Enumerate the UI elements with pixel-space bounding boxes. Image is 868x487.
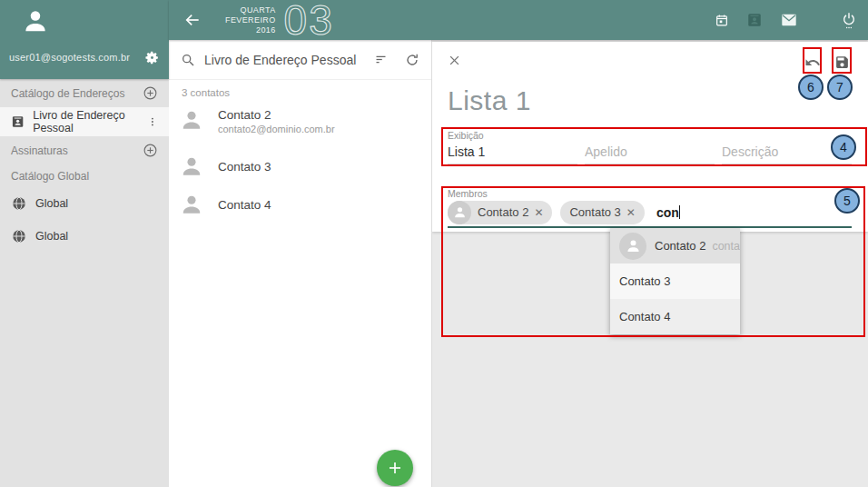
chip-remove-icon[interactable]: ✕ (626, 207, 636, 218)
add-contact-fab[interactable] (377, 450, 413, 486)
contact-avatar-icon (180, 154, 203, 178)
suggestion-item[interactable]: Contato 2 contato2@ (610, 228, 740, 263)
list-fields-row: Exibição (448, 130, 852, 164)
date-block: QUARTA FEVEREIRO 2016 (225, 5, 276, 35)
plus-icon (387, 460, 403, 476)
contacts-icon[interactable] (746, 12, 763, 28)
suggestion-avatar (619, 233, 646, 260)
global-item-label: Global (35, 197, 68, 210)
suggestion-name: Contato 3 (619, 274, 670, 288)
globe-icon (11, 195, 27, 212)
sidebar-item-global-1[interactable]: Global (0, 187, 169, 220)
member-search-input-text[interactable]: con (656, 205, 679, 220)
chip-label: Contato 3 (569, 205, 620, 219)
list-search-title[interactable]: Livro de Endereço Pessoal (204, 53, 356, 67)
contact-email: contato2@dominio.com.br (218, 124, 335, 134)
addressbook-icon (11, 114, 25, 130)
sidebar-section-address-books: Catálogo de Endereços (0, 79, 169, 107)
members-label: Membros (448, 188, 488, 199)
members-chips-row: Contato 2 ✕ Contato 3 ✕ con (448, 200, 680, 224)
list-title: Lista 1 (448, 85, 531, 116)
subscriptions-heading: Assinaturas (11, 144, 68, 157)
list-search-bar: Livro de Endereço Pessoal (169, 40, 431, 80)
member-suggestions-dropdown: Contato 2 contato2@ Contato 3 Contato 4 (610, 228, 740, 334)
nickname-field-group (585, 130, 715, 164)
contact-list-column: Livro de Endereço Pessoal 3 contatos Con… (169, 40, 432, 487)
chip-avatar (448, 201, 471, 224)
sidebar-item-personal-addressbook[interactable]: Livro de Endereço Pessoal (0, 107, 169, 136)
personal-addressbook-label: Livro de Endereço Pessoal (33, 109, 147, 134)
suggestion-item[interactable]: Contato 3 (610, 263, 740, 299)
list-editor-panel: Lista 1 Exibição Membros (432, 40, 868, 487)
globe-icon (11, 228, 27, 244)
kebab-menu-icon[interactable] (147, 114, 158, 129)
save-icon[interactable] (834, 55, 850, 70)
undo-icon[interactable] (804, 55, 821, 71)
member-chip[interactable]: Contato 2 ✕ (448, 201, 552, 224)
date-weekday: QUARTA (225, 5, 276, 15)
add-subscription-icon[interactable] (143, 143, 158, 158)
app-screen: user01@sogotests.com.br Catálogo de Ende… (0, 0, 868, 487)
sort-icon[interactable] (373, 53, 389, 66)
text-caret (679, 205, 680, 219)
list-editor-card: Lista 1 Exibição Membros (432, 42, 868, 232)
topbar: QUARTA FEVEREIRO 2016 03 (169, 0, 868, 40)
chip-remove-icon[interactable]: ✕ (534, 207, 543, 218)
contact-name: Contato 2 (218, 108, 335, 122)
suggestion-name: Contato 2 (655, 239, 705, 253)
close-icon[interactable] (448, 54, 461, 67)
display-name-label: Exibição (448, 130, 577, 141)
display-name-input[interactable] (448, 141, 577, 164)
person-icon (626, 238, 641, 253)
search-icon[interactable] (181, 53, 195, 67)
mail-icon[interactable] (781, 14, 797, 26)
description-field-group (722, 130, 852, 164)
contact-name: Contato 3 (218, 160, 271, 174)
gear-icon[interactable] (144, 50, 160, 65)
display-name-field-group: Exibição (448, 130, 577, 164)
nickname-input[interactable] (585, 141, 715, 164)
contact-avatar-icon (180, 108, 203, 132)
calendar-icon[interactable] (715, 13, 729, 28)
contact-row[interactable]: Contato 4 (169, 185, 431, 224)
date-month: FEVEREIRO (225, 15, 276, 25)
user-avatar-icon (22, 7, 49, 35)
back-arrow-icon[interactable] (183, 11, 202, 29)
sidebar-header: user01@sogotests.com.br (0, 0, 169, 79)
member-chip[interactable]: Contato 3 ✕ (560, 201, 644, 224)
date-year: 2016 (225, 25, 276, 35)
global-item-label: Global (35, 230, 68, 243)
contact-avatar-icon (180, 193, 203, 216)
description-input[interactable] (722, 141, 852, 164)
suggestion-email: contato2@ (712, 240, 740, 253)
global-catalog-heading: Catálogo Global (11, 170, 89, 183)
sidebar-section-global-catalog: Catálogo Global (0, 164, 169, 187)
contact-count: 3 contatos (182, 87, 431, 98)
suggestion-name: Contato 4 (619, 310, 670, 323)
sidebar-section-subscriptions: Assinaturas (0, 136, 169, 164)
power-icon[interactable] (842, 11, 856, 30)
sidebar: user01@sogotests.com.br Catálogo de Ende… (0, 0, 169, 487)
contact-row[interactable]: Contato 2 contato2@dominio.com.br (169, 104, 431, 147)
refresh-icon[interactable] (405, 53, 419, 67)
address-books-heading: Catálogo de Endereços (11, 87, 124, 100)
person-icon (453, 205, 467, 219)
date-day: 03 (284, 2, 334, 38)
contact-name: Contato 4 (218, 198, 271, 212)
suggestion-item[interactable]: Contato 4 (610, 299, 740, 334)
add-addressbook-icon[interactable] (143, 85, 158, 101)
user-email: user01@sogotests.com.br (9, 52, 130, 63)
chip-label: Contato 2 (478, 205, 528, 219)
sidebar-item-global-2[interactable]: Global (0, 220, 169, 253)
contact-row[interactable]: Contato 3 (169, 147, 431, 185)
